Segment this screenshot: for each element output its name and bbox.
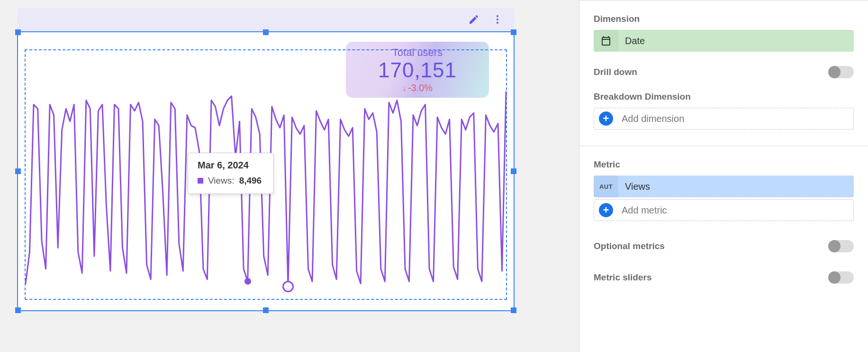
metric-sliders-toggle[interactable] <box>829 271 854 284</box>
svg-point-0 <box>497 15 498 17</box>
resize-handle[interactable] <box>15 307 21 313</box>
resize-handle[interactable] <box>511 29 516 35</box>
metric-chip[interactable]: AUT Views <box>594 176 854 197</box>
properties-panel: Dimension Date Drill down Breakdown Dime… <box>579 0 868 352</box>
edit-pencil-icon[interactable] <box>467 13 480 26</box>
dimension-chip-label: Date <box>618 30 854 52</box>
dimension-chip[interactable]: Date <box>594 30 854 52</box>
report-canvas[interactable]: Total users 170,151 ↓-3.0% <box>0 0 579 352</box>
tooltip-metric-label: Views: <box>208 176 235 186</box>
dimension-section-label: Dimension <box>594 14 854 24</box>
resize-handle[interactable] <box>263 29 269 35</box>
drill-down-label: Drill down <box>594 67 637 77</box>
metric-sliders-row: Metric sliders <box>594 271 854 284</box>
resize-handle[interactable] <box>15 168 21 174</box>
optional-metrics-label: Optional metrics <box>594 241 665 251</box>
chart-card-header <box>17 8 515 31</box>
resize-handle[interactable] <box>511 168 516 174</box>
resize-handle[interactable] <box>263 307 269 313</box>
resize-handle[interactable] <box>15 29 21 35</box>
add-dimension-placeholder: Add dimension <box>622 113 684 124</box>
series-swatch-icon <box>198 178 203 184</box>
plus-icon: + <box>599 111 613 126</box>
add-metric-placeholder: Add metric <box>622 205 667 216</box>
tooltip-date: Mar 6, 2024 <box>198 160 264 171</box>
optional-metrics-row: Optional metrics <box>594 240 854 252</box>
svg-point-1 <box>497 19 498 20</box>
metric-sliders-label: Metric sliders <box>594 272 652 283</box>
metric-chip-label: Views <box>618 176 854 197</box>
plus-icon: + <box>599 203 613 217</box>
calendar-icon <box>594 30 618 52</box>
chart-tooltip: Mar 6, 2024 Views: 8,496 <box>188 153 274 194</box>
add-metric-button[interactable]: + Add metric <box>594 199 854 221</box>
metric-section-label: Metric <box>594 159 854 170</box>
tooltip-metric-value: 8,496 <box>239 176 262 186</box>
drill-down-toggle[interactable] <box>829 66 854 78</box>
add-dimension-button[interactable]: + Add dimension <box>594 108 854 130</box>
drill-down-row: Drill down <box>594 66 854 78</box>
svg-point-2 <box>497 22 498 24</box>
tooltip-row: Views: 8,496 <box>198 176 264 186</box>
metric-type-badge: AUT <box>594 176 618 197</box>
resize-handle[interactable] <box>511 307 516 313</box>
more-vert-icon[interactable] <box>491 13 504 26</box>
breakdown-section-label: Breakdown Dimension <box>594 92 854 102</box>
chart-card[interactable]: Total users 170,151 ↓-3.0% <box>17 8 515 310</box>
optional-metrics-toggle[interactable] <box>829 240 854 252</box>
chart-hover-marker <box>282 281 294 292</box>
chart-hover-dot <box>244 278 251 285</box>
